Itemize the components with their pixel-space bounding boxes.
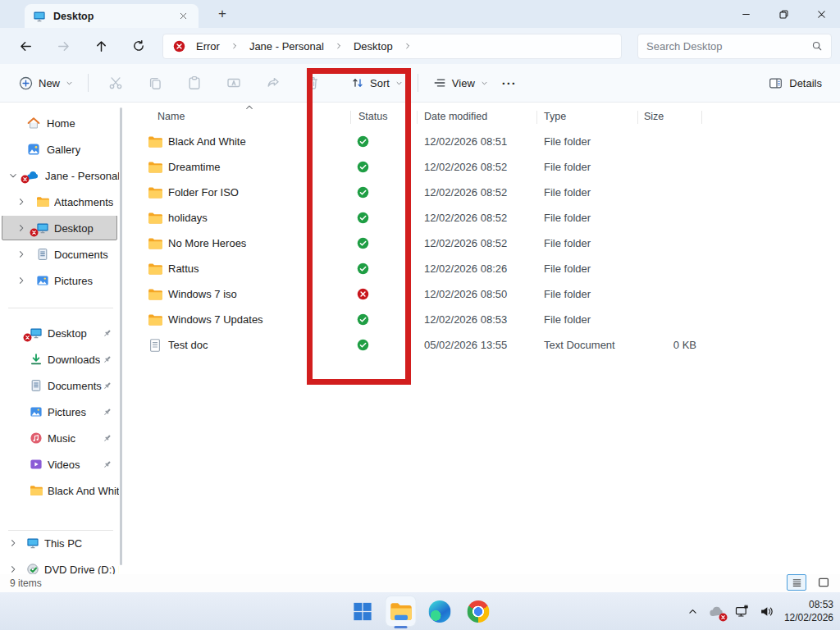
restore-icon <box>778 8 790 21</box>
file-row[interactable]: Windows 7 iso 12/02/2026 08:50 File fold… <box>135 282 840 308</box>
taskbar-clock[interactable]: 08:53 12/02/2026 <box>784 598 833 624</box>
file-row[interactable]: No More Heroes 12/02/2026 08:52 File fol… <box>135 231 840 257</box>
sidebar-item-attachments[interactable]: Attachments <box>0 189 119 214</box>
details-button[interactable]: Details <box>769 76 829 90</box>
paste-button[interactable] <box>175 75 214 90</box>
breadcrumb-error[interactable]: Error <box>193 39 223 54</box>
file-row[interactable]: Folder For ISO 12/02/2026 08:52 File fol… <box>135 180 840 206</box>
column-header-size[interactable]: Size <box>644 111 664 122</box>
rename-button[interactable] <box>214 75 253 90</box>
folder-icon <box>36 195 49 208</box>
sidebar-item-onedrive[interactable]: Jane - Personal <box>0 163 119 188</box>
file-icon <box>148 236 162 251</box>
pin-icon <box>102 433 112 444</box>
column-separator[interactable] <box>536 111 537 124</box>
column-header-type[interactable]: Type <box>544 111 566 122</box>
sidebar-item-videos[interactable]: Videos <box>0 452 119 477</box>
sidebar-item-desktop-pinned[interactable]: Desktop <box>0 321 119 345</box>
file-row[interactable]: Dreamtime 12/02/2026 08:52 File folder <box>135 155 840 180</box>
sidebar-item-music[interactable]: Music <box>0 426 119 450</box>
status-bar: 9 items <box>0 574 840 592</box>
file-name: Windows 7 Updates <box>168 313 263 326</box>
window-controls <box>727 0 840 28</box>
sidebar-item-label: Black And White <box>48 485 119 497</box>
file-type: File folder <box>544 212 591 224</box>
breadcrumb[interactable]: Error Jane - Personal Desktop <box>162 34 622 59</box>
file-row[interactable]: Windows 7 Updates 12/02/2026 08:53 File … <box>135 308 840 333</box>
share-button[interactable] <box>253 75 293 90</box>
tab-close-button[interactable] <box>176 9 190 24</box>
tray-onedrive-button[interactable] <box>709 604 724 619</box>
chevron-right-icon <box>8 538 18 548</box>
minimize-button[interactable] <box>727 0 765 28</box>
column-separator[interactable] <box>417 111 418 124</box>
file-type: File folder <box>544 313 591 326</box>
new-tab-button[interactable]: + <box>213 6 231 24</box>
file-row[interactable]: holidays 12/02/2026 08:52 File folder <box>135 206 840 231</box>
large-icons-view-toggle[interactable] <box>814 574 833 591</box>
up-button[interactable] <box>89 34 113 58</box>
breadcrumb-onedrive[interactable]: Jane - Personal <box>246 39 327 54</box>
search-input[interactable] <box>646 40 811 52</box>
file-modified: 12/02/2026 08:52 <box>424 212 507 224</box>
file-size: 0 KB <box>595 339 696 351</box>
forward-button[interactable] <box>51 34 75 58</box>
sidebar-item-documents[interactable]: Documents <box>0 373 119 398</box>
file-name: Dreamtime <box>168 161 221 173</box>
sidebar-item-desktop-onedrive[interactable]: Desktop <box>0 216 119 240</box>
tray-network-button[interactable] <box>735 605 749 619</box>
sidebar-item-this-pc[interactable]: This PC <box>0 531 119 555</box>
view-button[interactable]: View <box>426 71 495 94</box>
sidebar-item-documents-onedrive[interactable]: Documents <box>0 242 119 267</box>
file-row[interactable]: Rattus 12/02/2026 08:26 File folder <box>135 257 840 282</box>
tray-overflow-button[interactable] <box>687 606 698 617</box>
sidebar-item-black-and-white[interactable]: Black And White <box>0 478 119 503</box>
close-window-button[interactable] <box>802 0 840 28</box>
file-row[interactable]: Test doc 05/02/2026 13:55 Text Document … <box>135 333 840 358</box>
sidebar-item-pictures-onedrive[interactable]: Pictures <box>0 268 119 293</box>
column-header-modified[interactable]: Date modified <box>424 111 487 122</box>
pin-icon <box>102 328 112 339</box>
sidebar-item-dvd-drive[interactable]: DVD Drive (D:) E <box>0 557 119 574</box>
file-explorer-window: Desktop + Error <box>0 0 840 592</box>
nav-buttons <box>0 34 151 58</box>
new-button[interactable]: New <box>11 71 80 95</box>
column-separator[interactable] <box>637 111 638 124</box>
start-button[interactable] <box>348 596 377 626</box>
documents-icon <box>36 248 49 261</box>
column-separator[interactable] <box>701 111 702 124</box>
file-modified: 12/02/2026 08:26 <box>424 262 507 275</box>
refresh-button[interactable] <box>126 34 151 58</box>
tray-volume-button[interactable] <box>760 605 774 619</box>
sidebar-item-home[interactable]: Home <box>0 111 119 135</box>
share-icon <box>266 75 281 90</box>
sidebar-scrollbar[interactable] <box>120 107 122 565</box>
explorer-tab-desktop[interactable]: Desktop <box>25 4 199 28</box>
file-row[interactable]: Black And White 12/02/2026 08:51 File fo… <box>135 130 840 155</box>
view-toggles <box>787 574 833 591</box>
details-view-toggle[interactable] <box>787 574 806 591</box>
back-button[interactable] <box>13 34 38 58</box>
breadcrumb-desktop[interactable]: Desktop <box>350 39 396 54</box>
copy-button[interactable] <box>135 75 175 90</box>
see-more-button[interactable]: ··· <box>495 76 523 90</box>
toolbar-separator <box>418 74 418 92</box>
explorer-content: Home Gallery Jane - Personal Attachments <box>0 103 840 574</box>
sidebar-item-label: DVD Drive (D:) E <box>44 564 119 575</box>
chrome-icon <box>467 600 489 623</box>
file-icon <box>148 135 162 149</box>
restore-button[interactable] <box>765 0 802 28</box>
column-header-name[interactable]: Name <box>158 111 185 122</box>
taskbar-edge[interactable] <box>425 596 454 626</box>
close-icon <box>178 11 189 21</box>
taskbar-chrome[interactable] <box>463 596 493 626</box>
sidebar-item-pictures[interactable]: Pictures <box>0 399 119 424</box>
search-box <box>637 34 832 59</box>
chevron-right-icon <box>16 223 26 233</box>
file-modified: 05/02/2026 13:55 <box>424 339 507 351</box>
sidebar-item-downloads[interactable]: Downloads <box>0 347 119 372</box>
file-icon <box>148 313 162 327</box>
taskbar-file-explorer[interactable] <box>386 596 416 626</box>
sidebar-item-gallery[interactable]: Gallery <box>0 137 119 162</box>
cut-button[interactable] <box>96 75 135 90</box>
